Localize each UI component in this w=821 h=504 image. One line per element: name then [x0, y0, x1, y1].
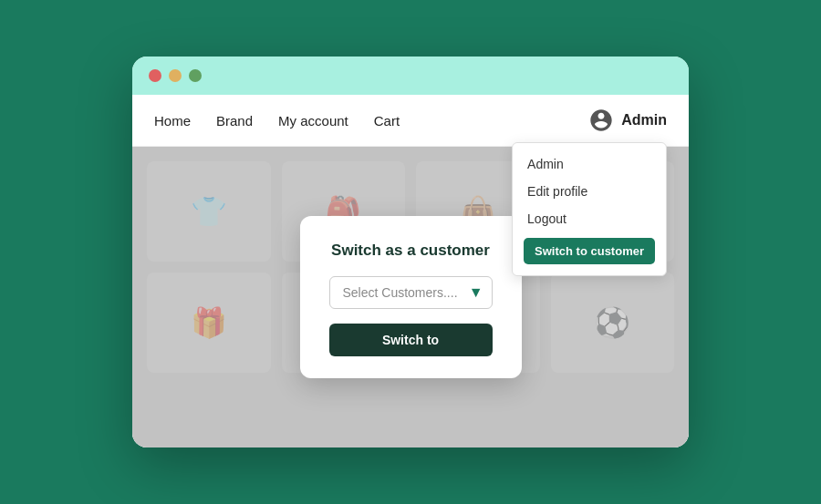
nav-link-brand[interactable]: Brand [216, 113, 253, 129]
user-avatar-icon [588, 108, 614, 133]
switch-modal: Switch as a customer Select Customers...… [300, 216, 522, 378]
nav-user[interactable]: Admin [588, 108, 667, 133]
nav-user-name: Admin [621, 112, 667, 129]
select-customers-dropdown[interactable]: Select Customers.... [329, 276, 493, 309]
dot-red [149, 69, 161, 82]
nav-links: Home Brand My account Cart [154, 113, 588, 129]
dropdown-menu: Admin Edit profile Logout Switch to cust… [512, 142, 667, 276]
switch-to-button[interactable]: Switch to [329, 324, 493, 356]
dropdown-item-edit-profile[interactable]: Edit profile [513, 178, 666, 205]
dot-yellow [169, 69, 182, 82]
dropdown-item-logout[interactable]: Logout [513, 205, 666, 232]
navbar: Home Brand My account Cart Admin Admin E… [132, 95, 689, 147]
switch-modal-title: Switch as a customer [329, 242, 493, 260]
browser-window: Home Brand My account Cart Admin Admin E… [132, 57, 689, 447]
nav-link-home[interactable]: Home [154, 113, 191, 129]
nav-link-cart[interactable]: Cart [374, 113, 400, 129]
nav-link-my-account[interactable]: My account [278, 113, 348, 129]
dot-green [189, 69, 202, 82]
select-wrapper: Select Customers.... ▼ [329, 276, 493, 309]
switch-to-customer-button[interactable]: Switch to customer [524, 238, 655, 264]
dropdown-item-admin[interactable]: Admin [513, 150, 666, 178]
title-bar [132, 57, 689, 95]
browser-content: Home Brand My account Cart Admin Admin E… [132, 95, 689, 447]
